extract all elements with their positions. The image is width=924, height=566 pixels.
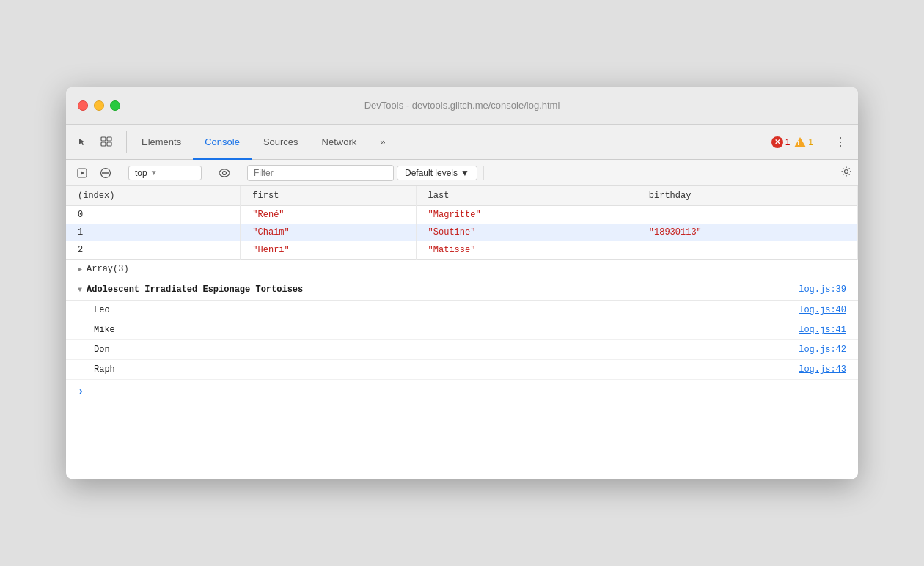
svg-rect-0	[101, 137, 106, 141]
tab-elements[interactable]: Elements	[130, 125, 193, 160]
console-separator-1	[122, 166, 122, 180]
levels-button[interactable]: Default levels ▼	[397, 166, 477, 180]
group-item-name: Don	[94, 345, 110, 355]
cell-first: "Henri"	[241, 241, 416, 260]
cell-index: 1	[66, 224, 241, 241]
group-item-name: Leo	[94, 305, 110, 315]
console-table: (index) first last birthday 0"René""Magr…	[66, 186, 858, 260]
toolbar-right: ✕ 1 1 ⋮	[771, 125, 852, 159]
cell-first: "Chaim"	[241, 224, 416, 241]
group-header[interactable]: ▼ Adolescent Irradiated Espionage Tortoi…	[66, 279, 858, 301]
col-birthday: birthday	[637, 186, 857, 206]
filter-input[interactable]	[247, 165, 394, 181]
group-item: Mikelog.js:41	[66, 320, 858, 340]
table-row: 1"Chaim""Soutine""18930113"	[66, 224, 858, 241]
group-items-container: Leolog.js:40Mikelog.js:41Donlog.js:42Rap…	[66, 301, 858, 380]
group-item-link[interactable]: log.js:40	[799, 305, 846, 315]
svg-point-8	[219, 169, 230, 177]
table-row: 2"Henri""Matisse"	[66, 241, 858, 260]
svg-rect-3	[107, 142, 111, 146]
error-count: 1	[785, 137, 791, 147]
prompt-icon: ›	[78, 386, 84, 397]
tab-bar: Elements Console Sources Network » ✕ 1 1…	[66, 125, 858, 160]
cell-birthday	[637, 241, 857, 260]
console-toolbar: top ▼ Default levels ▼	[66, 160, 858, 186]
close-button[interactable]	[78, 100, 88, 111]
table-header-row: (index) first last birthday	[66, 186, 858, 206]
devtools-window: DevTools - devtools.glitch.me/console/lo…	[66, 87, 858, 479]
cell-index: 0	[66, 206, 241, 224]
error-badge: ✕ 1	[771, 136, 791, 148]
group-title: Adolescent Irradiated Espionage Tortoise…	[87, 284, 303, 295]
group-item-link[interactable]: log.js:41	[799, 325, 846, 335]
tab-sources[interactable]: Sources	[252, 125, 310, 160]
levels-label: Default levels	[405, 168, 458, 178]
cell-birthday: "18930113"	[637, 224, 857, 241]
svg-point-9	[223, 171, 227, 174]
inspect-button[interactable]	[95, 131, 117, 153]
group-item-link[interactable]: log.js:42	[799, 345, 846, 355]
group-item: Raphlog.js:43	[66, 360, 858, 380]
tab-console[interactable]: Console	[193, 125, 252, 160]
svg-marker-5	[81, 171, 84, 175]
title-bar: DevTools - devtools.glitch.me/console/lo…	[66, 87, 858, 125]
error-icon: ✕	[771, 136, 783, 148]
svg-point-10	[845, 169, 848, 173]
toolbar-icons	[72, 125, 117, 159]
maximize-button[interactable]	[110, 100, 120, 111]
traffic-lights	[78, 100, 120, 111]
console-content: (index) first last birthday 0"René""Magr…	[66, 186, 858, 479]
table-row: 0"René""Magritte"	[66, 206, 858, 224]
group-item-link[interactable]: log.js:43	[799, 364, 846, 375]
console-separator-2	[208, 166, 208, 180]
group-header-link[interactable]: log.js:39	[799, 284, 846, 295]
cell-index: 2	[66, 241, 241, 260]
group-item: Leolog.js:40	[66, 301, 858, 320]
cell-first: "René"	[241, 206, 416, 224]
minimize-button[interactable]	[94, 100, 104, 111]
group-arrow-icon: ▼	[78, 286, 82, 294]
array-row[interactable]: ▶ Array(3)	[66, 260, 858, 279]
array-arrow-icon: ▶	[78, 265, 82, 273]
tab-network[interactable]: Network	[310, 125, 369, 160]
cell-birthday	[637, 206, 857, 224]
cell-last: "Magritte"	[416, 206, 637, 224]
col-first: first	[241, 186, 416, 206]
levels-arrow-icon: ▼	[461, 168, 469, 178]
console-separator-3	[241, 166, 241, 180]
execute-button[interactable]	[72, 163, 92, 183]
group-item: Donlog.js:42	[66, 340, 858, 360]
context-label: top	[135, 168, 147, 178]
col-index: (index)	[66, 186, 241, 206]
settings-button[interactable]	[840, 166, 852, 180]
group-header-left: ▼ Adolescent Irradiated Espionage Tortoi…	[78, 284, 303, 295]
tab-separator	[126, 131, 127, 153]
console-prompt: ›	[66, 380, 858, 403]
group-item-name: Raph	[94, 364, 115, 375]
warning-icon	[794, 137, 806, 147]
svg-rect-2	[101, 142, 106, 146]
more-options-button[interactable]: ⋮	[829, 135, 852, 149]
context-arrow-icon: ▼	[150, 169, 158, 177]
eye-button[interactable]	[214, 163, 235, 183]
console-separator-4	[483, 166, 484, 180]
window-title: DevTools - devtools.glitch.me/console/lo…	[364, 100, 560, 111]
warning-count: 1	[808, 137, 813, 147]
svg-rect-1	[107, 137, 111, 141]
group-item-name: Mike	[94, 325, 115, 335]
cell-last: "Matisse"	[416, 241, 637, 260]
col-last: last	[416, 186, 637, 206]
tab-more[interactable]: »	[368, 125, 397, 160]
tabs-container: Elements Console Sources Network »	[130, 125, 397, 159]
warning-badge: 1	[794, 137, 813, 147]
cell-last: "Soutine"	[416, 224, 637, 241]
context-selector[interactable]: top ▼	[128, 166, 202, 180]
cursor-button[interactable]	[72, 131, 94, 153]
clear-button[interactable]	[95, 163, 116, 183]
array-label: Array(3)	[87, 264, 129, 274]
